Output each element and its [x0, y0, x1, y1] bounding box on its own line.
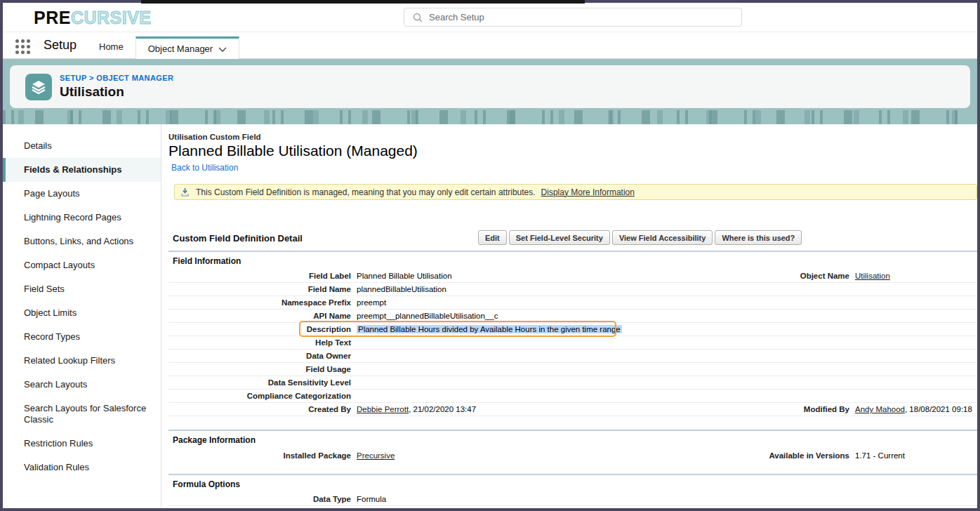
row-data-type: Data Type Formula [168, 493, 977, 506]
label-namespace-prefix: Namespace Prefix [168, 298, 351, 307]
set-field-level-security-button[interactable]: Set Field-Level Security [509, 230, 610, 245]
modified-by-link[interactable]: Andy Mahood [855, 405, 905, 413]
search-input[interactable] [429, 12, 741, 22]
sidebar-item-page-layouts[interactable]: Page Layouts [3, 182, 161, 206]
created-by-datetime: , 21/02/2020 13:47 [409, 405, 476, 413]
notice-text: This Custom Field Definition is managed,… [196, 187, 536, 197]
field-information-title: Field Information [168, 252, 977, 270]
value-field-label: Planned Billable Utilisation [351, 272, 702, 280]
label-data-type: Data Type [168, 495, 351, 503]
created-by-link[interactable]: Debbie Perrott [357, 405, 409, 413]
row-help-text: Help Text [168, 336, 977, 350]
search-icon [413, 13, 423, 22]
sidebar-item-object-limits[interactable]: Object Limits [3, 301, 161, 325]
value-description: Planned Billable Hours divided by Availa… [357, 325, 622, 333]
page-title: Utilisation [60, 84, 173, 100]
label-data-owner: Data Owner [168, 352, 351, 360]
nav-tabs: Home Object Manager [87, 36, 239, 59]
sidebar-item-buttons-links-actions[interactable]: Buttons, Links, and Actions [3, 230, 161, 253]
package-information-title: Package Information [168, 431, 977, 449]
value-available-in-versions: 1.71 - Current [849, 451, 977, 460]
row-decimal-places: Decimal Places 2 [168, 506, 977, 507]
label-field-name: Field Name [168, 285, 351, 293]
sidebar: Details Fields & Relationships Page Layo… [3, 124, 161, 507]
value-api-name: preempt__plannedBillableUtilisation__c [351, 312, 702, 320]
label-compliance-categorization: Compliance Categorization [168, 392, 351, 400]
main-content: Utilisation Custom Field Planned Billabl… [161, 124, 977, 507]
page: PRECURSIVE Setup Home Object Manager [3, 3, 977, 508]
detail-section-title: Custom Field Definition Detail [173, 233, 303, 244]
sidebar-item-restriction-rules[interactable]: Restriction Rules [3, 432, 161, 456]
object-name-link[interactable]: Utilisation [855, 272, 890, 280]
chevron-down-icon [218, 39, 227, 60]
label-help-text: Help Text [168, 338, 351, 347]
row-description: Description Planned Billable Hours divid… [168, 323, 977, 336]
label-available-in-versions: Available in Versions [702, 451, 849, 460]
managed-field-notice: This Custom Field Definition is managed,… [174, 184, 977, 200]
value-data-type: Formula [351, 495, 702, 503]
detail-header: Custom Field Definition Detail Edit Set … [168, 230, 977, 247]
modified-by-datetime: , 18/08/2021 09:18 [905, 405, 972, 413]
sidebar-item-validation-rules[interactable]: Validation Rules [3, 456, 161, 479]
breadcrumb[interactable]: SETUP > OBJECT MANAGER [60, 74, 173, 82]
row-field-label: Field Label Planned Billable Utilisation… [168, 270, 977, 283]
formula-options-title: Formula Options [168, 475, 977, 493]
label-object-name: Object Name [702, 272, 849, 280]
tab-home[interactable]: Home [87, 36, 135, 59]
row-namespace-prefix: Namespace Prefix preempt [168, 296, 977, 310]
sidebar-item-lightning-record-pages[interactable]: Lightning Record Pages [3, 206, 161, 230]
global-header: PRECURSIVE [3, 3, 977, 32]
row-installed-package: Installed Package Precursive Available i… [168, 449, 977, 462]
label-field-label: Field Label [168, 272, 351, 280]
back-to-utilisation-link[interactable]: Back to Utilisation [171, 163, 238, 173]
view-field-accessibility-button[interactable]: View Field Accessibility [612, 230, 713, 245]
page-header-texts: SETUP > OBJECT MANAGER Utilisation [60, 74, 173, 100]
window-frame: PRECURSIVE Setup Home Object Manager [0, 0, 980, 511]
sidebar-item-field-sets[interactable]: Field Sets [3, 277, 161, 301]
label-modified-by: Modified By [702, 405, 849, 413]
logo-part1: PRE [34, 8, 71, 27]
app-name: Setup [44, 38, 77, 53]
sidebar-item-search-layouts[interactable]: Search Layouts [3, 373, 161, 397]
row-created-by: Created By Debbie Perrott, 21/02/2020 13… [168, 403, 977, 416]
sidebar-item-related-lookup-filters[interactable]: Related Lookup Filters [3, 349, 161, 373]
row-field-name: Field Name plannedBillableUtilisation [168, 283, 977, 296]
value-namespace-prefix: preempt [351, 298, 702, 307]
object-layers-icon [25, 74, 52, 100]
sidebar-item-details[interactable]: Details [3, 134, 161, 158]
where-is-this-used-button[interactable]: Where is this used? [715, 230, 802, 245]
sidebar-item-fields-relationships[interactable]: Fields & Relationships [3, 158, 161, 182]
page-header-band: SETUP > OBJECT MANAGER Utilisation [3, 59, 977, 124]
precursive-logo: PRECURSIVE [34, 8, 152, 28]
app-launcher-icon[interactable] [15, 39, 30, 54]
record-eyebrow: Utilisation Custom Field [168, 133, 977, 141]
label-installed-package: Installed Package [168, 451, 351, 460]
row-api-name: API Name preempt__plannedBillableUtilisa… [168, 310, 977, 323]
sidebar-item-record-types[interactable]: Record Types [3, 325, 161, 349]
installed-package-link[interactable]: Precursive [357, 451, 395, 460]
row-data-owner: Data Owner [168, 350, 977, 363]
decorative-pattern-strip [3, 110, 977, 124]
setup-search[interactable] [404, 8, 742, 27]
label-description: Description [168, 325, 351, 333]
edit-button[interactable]: Edit [478, 230, 507, 245]
row-compliance-categorization: Compliance Categorization [168, 390, 977, 403]
value-field-name: plannedBillableUtilisation [351, 285, 702, 293]
setup-nav-bar: Setup Home Object Manager [3, 32, 977, 59]
top-black-strip [141, 0, 585, 4]
body: Details Fields & Relationships Page Layo… [3, 124, 977, 507]
sidebar-item-compact-layouts[interactable]: Compact Layouts [3, 253, 161, 277]
label-created-by: Created By [168, 405, 351, 413]
tab-object-manager[interactable]: Object Manager [135, 36, 240, 59]
label-field-usage: Field Usage [168, 365, 351, 373]
page-header-card: SETUP > OBJECT MANAGER Utilisation [10, 65, 970, 108]
label-data-sensitivity-level: Data Sensitivity Level [168, 378, 351, 387]
sidebar-item-search-layouts-classic[interactable]: Search Layouts for Salesforce Classic [3, 397, 157, 432]
field-title: Planned Billable Utilisation (Managed) [168, 142, 977, 159]
display-more-information-link[interactable]: Display More Information [541, 187, 635, 197]
label-api-name: API Name [168, 312, 351, 320]
logo-part2: CURSIVE [71, 8, 152, 27]
package-install-icon [180, 187, 190, 197]
tab-object-manager-label: Object Manager [148, 39, 213, 60]
row-field-usage: Field Usage [168, 363, 977, 376]
